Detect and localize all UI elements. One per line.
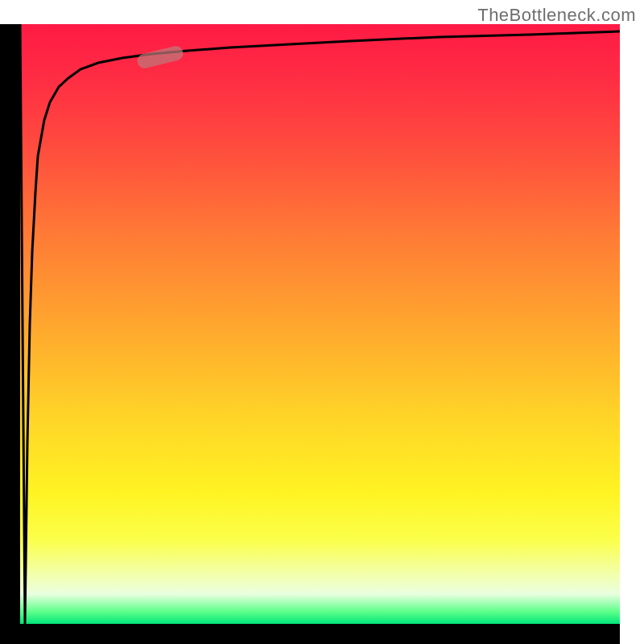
bottleneck-curve — [20, 24, 620, 624]
y-axis-bar — [0, 24, 20, 624]
x-axis-bar — [0, 624, 620, 644]
watermark-text: TheBottleneck.com — [477, 5, 636, 26]
curve-layer — [20, 24, 620, 624]
plot-area — [20, 24, 620, 624]
